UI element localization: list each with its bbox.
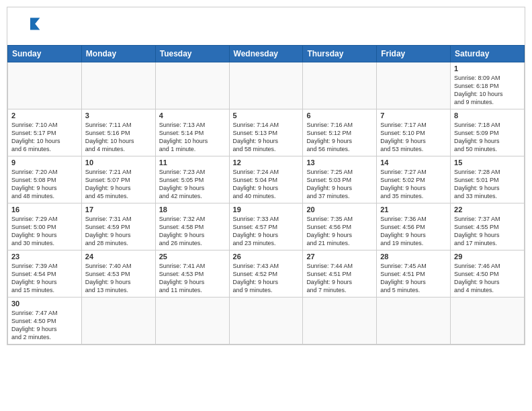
calendar-cell	[451, 298, 525, 345]
day-number: 28	[380, 253, 447, 261]
calendar-cell: 27Sunrise: 7:44 AM Sunset: 4:51 PM Dayli…	[303, 250, 377, 298]
day-number: 18	[159, 205, 226, 214]
day-number: 13	[306, 158, 373, 167]
week-row-5: 23Sunrise: 7:39 AM Sunset: 4:54 PM Dayli…	[8, 250, 525, 298]
day-number: 17	[85, 205, 152, 214]
calendar-cell: 6Sunrise: 7:16 AM Sunset: 5:12 PM Daylig…	[303, 109, 377, 156]
calendar-cell: 14Sunrise: 7:27 AM Sunset: 5:02 PM Dayli…	[377, 156, 451, 203]
day-number: 23	[11, 253, 78, 261]
day-info: Sunrise: 7:36 AM Sunset: 4:56 PM Dayligh…	[380, 215, 447, 248]
day-number: 26	[233, 253, 300, 261]
day-number: 11	[159, 158, 226, 167]
weekday-monday: Monday	[81, 46, 155, 62]
calendar-cell	[229, 62, 303, 109]
calendar-cell: 11Sunrise: 7:23 AM Sunset: 5:05 PM Dayli…	[155, 156, 229, 203]
calendar-cell: 20Sunrise: 7:35 AM Sunset: 4:56 PM Dayli…	[303, 203, 377, 250]
day-info: Sunrise: 7:47 AM Sunset: 4:50 PM Dayligh…	[11, 309, 78, 342]
calendar-cell	[303, 62, 377, 109]
day-number: 25	[159, 253, 226, 261]
calendar-cell: 21Sunrise: 7:36 AM Sunset: 4:56 PM Dayli…	[377, 203, 451, 250]
day-info: Sunrise: 7:11 AM Sunset: 5:16 PM Dayligh…	[85, 121, 152, 154]
day-info: Sunrise: 7:32 AM Sunset: 4:58 PM Dayligh…	[159, 215, 226, 248]
day-number: 10	[85, 158, 152, 167]
logo-icon	[18, 15, 42, 40]
day-number: 7	[380, 111, 447, 120]
calendar-cell: 9Sunrise: 7:20 AM Sunset: 5:08 PM Daylig…	[8, 156, 82, 203]
calendar-cell: 8Sunrise: 7:18 AM Sunset: 5:09 PM Daylig…	[451, 109, 525, 156]
calendar-cell: 30Sunrise: 7:47 AM Sunset: 4:50 PM Dayli…	[8, 298, 82, 345]
calendar-cell: 15Sunrise: 7:28 AM Sunset: 5:01 PM Dayli…	[451, 156, 525, 203]
calendar-cell: 29Sunrise: 7:46 AM Sunset: 4:50 PM Dayli…	[451, 250, 525, 298]
day-info: Sunrise: 8:09 AM Sunset: 6:18 PM Dayligh…	[454, 74, 521, 107]
weekday-saturday: Saturday	[451, 46, 525, 62]
calendar-cell: 1Sunrise: 8:09 AM Sunset: 6:18 PM Daylig…	[451, 62, 525, 109]
day-info: Sunrise: 7:44 AM Sunset: 4:51 PM Dayligh…	[306, 262, 373, 295]
day-number: 19	[233, 205, 300, 214]
calendar-cell	[229, 298, 303, 345]
weekday-friday: Friday	[377, 46, 451, 62]
day-number: 29	[454, 253, 521, 261]
day-number: 30	[11, 300, 78, 308]
day-info: Sunrise: 7:35 AM Sunset: 4:56 PM Dayligh…	[306, 215, 373, 248]
calendar-cell: 12Sunrise: 7:24 AM Sunset: 5:04 PM Dayli…	[229, 156, 303, 203]
day-info: Sunrise: 7:13 AM Sunset: 5:14 PM Dayligh…	[159, 121, 226, 154]
weekday-wednesday: Wednesday	[229, 46, 303, 62]
weekday-thursday: Thursday	[303, 46, 377, 62]
day-number: 16	[11, 205, 78, 214]
day-number: 27	[306, 253, 373, 261]
day-info: Sunrise: 7:10 AM Sunset: 5:17 PM Dayligh…	[11, 121, 78, 154]
day-number: 14	[380, 158, 447, 167]
calendar-cell: 4Sunrise: 7:13 AM Sunset: 5:14 PM Daylig…	[155, 109, 229, 156]
day-info: Sunrise: 7:21 AM Sunset: 5:07 PM Dayligh…	[85, 168, 152, 201]
day-number: 5	[233, 111, 300, 120]
calendar-cell: 22Sunrise: 7:37 AM Sunset: 4:55 PM Dayli…	[451, 203, 525, 250]
logo	[18, 15, 45, 40]
day-number: 9	[11, 158, 78, 167]
calendar-cell: 28Sunrise: 7:45 AM Sunset: 4:51 PM Dayli…	[377, 250, 451, 298]
calendar-cell	[303, 298, 377, 345]
calendar-page: SundayMondayTuesdayWednesdayThursdayFrid…	[7, 7, 525, 345]
day-number: 2	[11, 111, 78, 120]
calendar-cell: 3Sunrise: 7:11 AM Sunset: 5:16 PM Daylig…	[81, 109, 155, 156]
svg-marker-0	[30, 18, 40, 30]
calendar-cell: 17Sunrise: 7:31 AM Sunset: 4:59 PM Dayli…	[81, 203, 155, 250]
day-number: 12	[233, 158, 300, 167]
day-number: 20	[306, 205, 373, 214]
calendar-table: SundayMondayTuesdayWednesdayThursdayFrid…	[7, 45, 525, 345]
calendar-cell: 10Sunrise: 7:21 AM Sunset: 5:07 PM Dayli…	[81, 156, 155, 203]
weekday-sunday: Sunday	[8, 46, 82, 62]
calendar-cell: 18Sunrise: 7:32 AM Sunset: 4:58 PM Dayli…	[155, 203, 229, 250]
calendar-cell	[155, 62, 229, 109]
day-info: Sunrise: 7:33 AM Sunset: 4:57 PM Dayligh…	[233, 215, 300, 248]
calendar-cell	[377, 298, 451, 345]
calendar-cell: 7Sunrise: 7:17 AM Sunset: 5:10 PM Daylig…	[377, 109, 451, 156]
weekday-header-row: SundayMondayTuesdayWednesdayThursdayFrid…	[8, 46, 525, 62]
day-info: Sunrise: 7:31 AM Sunset: 4:59 PM Dayligh…	[85, 215, 152, 248]
week-row-4: 16Sunrise: 7:29 AM Sunset: 5:00 PM Dayli…	[8, 203, 525, 250]
calendar-cell: 23Sunrise: 7:39 AM Sunset: 4:54 PM Dayli…	[8, 250, 82, 298]
calendar-cell: 2Sunrise: 7:10 AM Sunset: 5:17 PM Daylig…	[8, 109, 82, 156]
day-info: Sunrise: 7:28 AM Sunset: 5:01 PM Dayligh…	[454, 168, 521, 201]
calendar-cell: 16Sunrise: 7:29 AM Sunset: 5:00 PM Dayli…	[8, 203, 82, 250]
day-info: Sunrise: 7:17 AM Sunset: 5:10 PM Dayligh…	[380, 121, 447, 154]
week-row-1: 1Sunrise: 8:09 AM Sunset: 6:18 PM Daylig…	[8, 62, 525, 109]
day-info: Sunrise: 7:29 AM Sunset: 5:00 PM Dayligh…	[11, 215, 78, 248]
day-number: 21	[380, 205, 447, 214]
calendar-cell	[81, 298, 155, 345]
day-info: Sunrise: 7:25 AM Sunset: 5:03 PM Dayligh…	[306, 168, 373, 201]
day-info: Sunrise: 7:16 AM Sunset: 5:12 PM Dayligh…	[306, 121, 373, 154]
day-info: Sunrise: 7:14 AM Sunset: 5:13 PM Dayligh…	[233, 121, 300, 154]
calendar-cell: 13Sunrise: 7:25 AM Sunset: 5:03 PM Dayli…	[303, 156, 377, 203]
day-info: Sunrise: 7:45 AM Sunset: 4:51 PM Dayligh…	[380, 262, 447, 295]
calendar-cell	[377, 62, 451, 109]
day-number: 24	[85, 253, 152, 261]
day-number: 4	[159, 111, 226, 120]
day-info: Sunrise: 7:41 AM Sunset: 4:53 PM Dayligh…	[159, 262, 226, 295]
weekday-tuesday: Tuesday	[155, 46, 229, 62]
day-info: Sunrise: 7:43 AM Sunset: 4:52 PM Dayligh…	[233, 262, 300, 295]
week-row-3: 9Sunrise: 7:20 AM Sunset: 5:08 PM Daylig…	[8, 156, 525, 203]
header	[7, 7, 525, 45]
calendar-cell: 26Sunrise: 7:43 AM Sunset: 4:52 PM Dayli…	[229, 250, 303, 298]
day-number: 3	[85, 111, 152, 120]
day-number: 8	[454, 111, 521, 120]
